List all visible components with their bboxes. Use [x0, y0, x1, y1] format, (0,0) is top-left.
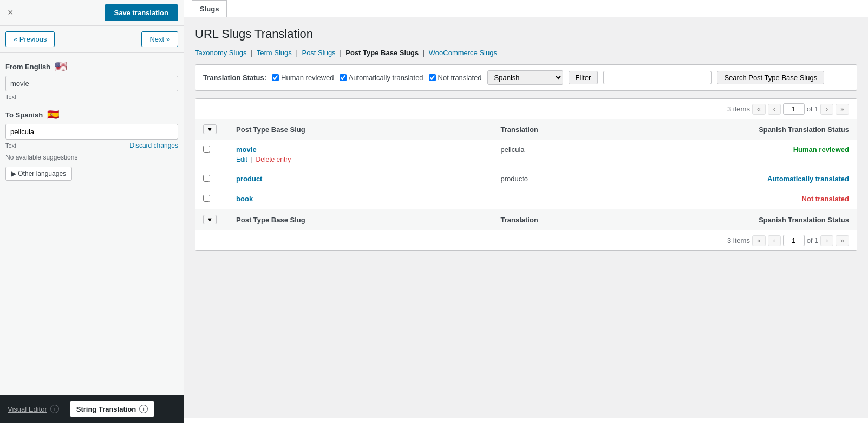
row-check-cell — [195, 140, 229, 169]
page-input-top[interactable] — [783, 103, 805, 115]
table-row: book Not translated — [195, 189, 857, 209]
auto-translated-checkbox[interactable] — [340, 74, 347, 81]
expand-all-toggle[interactable]: ▼ — [203, 124, 217, 134]
status-cell: Human reviewed — [691, 140, 857, 169]
page-input-bottom[interactable] — [783, 235, 805, 246]
status-badge: Automatically translated — [767, 175, 849, 183]
page-total-bottom: of 1 — [807, 236, 819, 244]
row-check-cell — [195, 169, 229, 189]
no-suggestions: No available suggestions — [5, 154, 178, 161]
col-header-translation: Translation — [493, 119, 691, 140]
table-wrapper: 3 items « ‹ of 1 › » ▼ Post Type Bas — [195, 98, 857, 251]
tab-slugs[interactable]: Slugs — [192, 0, 227, 17]
edit-link[interactable]: Edit — [236, 156, 247, 163]
slug-link[interactable]: product — [236, 175, 262, 183]
row-checkbox[interactable] — [203, 146, 210, 153]
previous-button[interactable]: « Previous — [5, 31, 55, 47]
target-input[interactable] — [5, 124, 178, 140]
term-slugs-link[interactable]: Term Slugs — [257, 49, 292, 57]
status-cell: Not translated — [691, 189, 857, 209]
table-footer-row: ▼ Post Type Base Slug Translation Spanis… — [195, 209, 857, 230]
items-count-bottom: 3 items — [727, 236, 750, 244]
table-header-row: ▼ Post Type Base Slug Translation Spanis… — [195, 119, 857, 140]
from-language-label: From English 🇺🇸 — [5, 61, 178, 72]
col-header-slug: Post Type Base Slug — [229, 119, 493, 140]
filter-button[interactable]: Filter — [569, 71, 598, 84]
human-reviewed-checkbox-label[interactable]: Human reviewed — [272, 74, 334, 82]
left-panel: × Save translation « Previous Next » Fro… — [0, 0, 184, 423]
last-page-btn-bottom[interactable]: » — [836, 235, 849, 246]
status-cell: Automatically translated — [691, 169, 857, 189]
nav-buttons: « Previous Next » — [0, 26, 184, 53]
post-slugs-link[interactable]: Post Slugs — [302, 49, 335, 57]
sub-nav: Taxonomy Slugs | Term Slugs | Post Slugs… — [195, 49, 857, 57]
slugs-table: ▼ Post Type Base Slug Translation Spanis… — [195, 119, 857, 230]
bottom-pagination: 3 items « ‹ of 1 › » — [195, 230, 857, 250]
row-check-cell — [195, 189, 229, 209]
first-page-btn-bottom[interactable]: « — [752, 235, 766, 246]
items-count-top: 3 items — [727, 105, 750, 113]
translation-cell — [493, 189, 691, 209]
not-translated-checkbox-label[interactable]: Not translated — [429, 74, 482, 82]
from-label-text: From English — [5, 63, 50, 71]
target-type: Text — [5, 142, 16, 149]
col-header-status: Spanish Translation Status — [691, 119, 857, 140]
to-label-text: To Spanish — [5, 111, 43, 119]
filters-bar: Translation Status: Human reviewed Autom… — [195, 64, 857, 91]
human-reviewed-checkbox[interactable] — [272, 74, 279, 81]
auto-translated-label: Automatically translated — [349, 74, 423, 82]
col-footer-translation: Translation — [493, 209, 691, 230]
visual-editor-link[interactable]: Visual Editor — [8, 405, 47, 413]
target-meta: Text Discard changes — [5, 142, 178, 149]
other-languages-button[interactable]: ▶ Other languages — [5, 167, 72, 181]
slug-cell: movie Edit | Delete entry — [229, 140, 493, 169]
delete-link[interactable]: Delete entry — [256, 156, 291, 163]
visual-editor-info-icon[interactable]: i — [50, 405, 59, 413]
post-type-base-slugs-link: Post Type Base Slugs — [345, 49, 419, 57]
collapse-all-toggle[interactable]: ▼ — [203, 215, 217, 224]
translation-cell: pelicula — [493, 140, 691, 169]
table-row: movie Edit | Delete entry pelicula Human… — [195, 140, 857, 169]
slug-link[interactable]: movie — [236, 146, 257, 154]
row-checkbox[interactable] — [203, 175, 210, 182]
row-checkbox[interactable] — [203, 195, 210, 202]
translation-status-label: Translation Status: — [203, 74, 266, 82]
search-button[interactable]: Search Post Type Base Slugs — [717, 71, 824, 84]
search-input[interactable] — [603, 71, 712, 84]
col-footer-status: Spanish Translation Status — [691, 209, 857, 230]
col-footer-toggle: ▼ — [195, 209, 229, 230]
language-select[interactable]: Spanish French German Italian Portuguese — [487, 70, 563, 85]
page-title: URL Slugs Translation — [195, 27, 857, 41]
status-badge: Human reviewed — [793, 146, 849, 154]
prev-page-btn-bottom[interactable]: ‹ — [768, 235, 781, 246]
first-page-btn-top[interactable]: « — [752, 104, 766, 115]
string-translation-info-icon[interactable]: i — [139, 405, 148, 413]
close-button[interactable]: × — [5, 5, 16, 21]
save-translation-button[interactable]: Save translation — [105, 4, 178, 21]
source-input[interactable] — [5, 76, 178, 91]
not-translated-label: Not translated — [438, 74, 482, 82]
translation-area: From English 🇺🇸 Text To Spanish 🇪🇸 Text … — [0, 53, 184, 395]
last-page-btn-top[interactable]: » — [836, 104, 849, 115]
slug-cell: product — [229, 169, 493, 189]
woocommerce-slugs-link[interactable]: WooCommerce Slugs — [429, 49, 497, 57]
slug-link[interactable]: book — [236, 195, 253, 203]
auto-translated-checkbox-label[interactable]: Automatically translated — [340, 74, 423, 82]
spanish-flag: 🇪🇸 — [47, 109, 59, 121]
not-translated-checkbox[interactable] — [429, 74, 436, 81]
discard-changes-link[interactable]: Discard changes — [130, 142, 178, 149]
tabs-bar: Slugs — [184, 0, 868, 17]
next-page-btn-bottom[interactable]: › — [820, 235, 833, 246]
table-body: movie Edit | Delete entry pelicula Human… — [195, 140, 857, 209]
string-translation-tab[interactable]: String Translation i — [70, 401, 155, 417]
next-page-btn-top[interactable]: › — [820, 104, 833, 115]
taxonomy-slugs-link[interactable]: Taxonomy Slugs — [195, 49, 246, 57]
slug-cell: book — [229, 189, 493, 209]
string-translation-label: String Translation — [76, 405, 136, 413]
next-button[interactable]: Next » — [141, 31, 178, 47]
status-badge: Not translated — [802, 195, 849, 203]
main-content: URL Slugs Translation Taxonomy Slugs | T… — [184, 17, 868, 418]
english-flag: 🇺🇸 — [55, 61, 67, 72]
entry-actions: Edit | Delete entry — [236, 156, 485, 163]
prev-page-btn-top[interactable]: ‹ — [768, 104, 781, 115]
